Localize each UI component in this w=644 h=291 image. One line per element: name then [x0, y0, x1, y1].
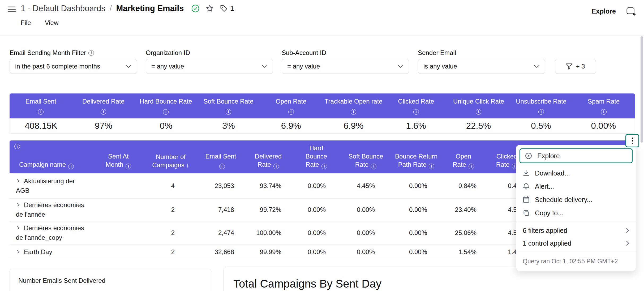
row-expand-icon[interactable] — [16, 225, 21, 230]
kpi-value: 3% — [197, 118, 260, 133]
campaign-name: Aktualisierung der AGB — [16, 177, 75, 194]
filter-bar: Email Sending Month Filter in the past 6… — [10, 45, 635, 77]
menu-item-download[interactable]: Download... — [516, 166, 636, 180]
chevron-down-icon — [262, 65, 268, 68]
breadcrumb-root[interactable]: 1 - Default Dashboards — [21, 4, 105, 13]
menu-bar: File View — [21, 19, 58, 27]
funnel-icon — [566, 63, 573, 70]
kpi-column: Hard Bounce Rate — [135, 93, 197, 118]
chevron-right-icon — [626, 240, 629, 246]
cell: 100.00% — [244, 221, 292, 245]
cell: 0.00% — [292, 221, 341, 245]
info-icon — [38, 109, 44, 115]
menu-divider — [516, 222, 636, 222]
tile-kebab-menu-button[interactable] — [625, 134, 639, 147]
filter-label: Email Sending Month Filter — [10, 49, 86, 57]
card-title: Number Emails Sent Delivered — [10, 269, 211, 284]
cell — [92, 245, 144, 257]
column-header-number-of-campaigns[interactable]: Number of Campaigns↓ — [144, 140, 197, 173]
cell: 0.00% — [391, 173, 441, 198]
cell: 0.00% — [341, 245, 391, 257]
filter-dropdown-month[interactable]: in the past 6 complete months — [10, 59, 137, 74]
filter-dropdown-sender-email[interactable]: is any value — [418, 59, 545, 74]
cell: 2,474 — [197, 221, 244, 245]
cell: 0.00% — [292, 245, 341, 257]
info-icon — [413, 109, 419, 115]
chevron-down-icon — [398, 65, 403, 68]
column-header-delivered-rate[interactable]: Delivered Rate — [244, 140, 292, 173]
calendar-icon — [522, 196, 530, 204]
kpi-value: 22.5% — [447, 118, 510, 133]
info-icon — [469, 164, 474, 169]
info-icon — [429, 164, 434, 169]
info-icon — [101, 109, 106, 115]
menu-file[interactable]: File — [21, 19, 31, 27]
header-divider — [0, 35, 644, 35]
row-expand-icon[interactable] — [16, 249, 21, 254]
tags-group[interactable]: 1 — [220, 5, 234, 13]
card-number-emails-sent-delivered: Number Emails Sent Delivered — [10, 269, 211, 291]
scrollbar-thumb[interactable] — [641, 36, 643, 143]
cell — [92, 198, 144, 221]
column-header-open-rate[interactable]: Open Rate — [441, 140, 485, 173]
kpi-value: 408.15K — [10, 118, 72, 133]
cell: 0.00% — [341, 198, 391, 221]
query-history-icon[interactable] — [626, 6, 636, 16]
kpi-header-row: Email Sent Delivered Rate Hard Bounce Ra… — [10, 93, 635, 118]
menu-item-explore[interactable]: Explore — [520, 148, 633, 163]
cell: 0.00% — [292, 198, 341, 221]
column-header-campaign-name[interactable]: Campaign name — [10, 140, 92, 173]
info-icon — [288, 109, 294, 115]
kpi-column: Unique Click Rate — [447, 93, 510, 118]
menu-divider — [516, 252, 636, 252]
column-header-sent-at-month[interactable]: Sent At Month — [92, 140, 144, 173]
check-circle-icon[interactable] — [191, 4, 200, 13]
title-actions: 1 — [191, 4, 234, 13]
info-icon — [351, 109, 356, 115]
bell-icon — [522, 182, 530, 190]
explore-button[interactable]: Explore — [591, 7, 616, 15]
menu-item-filters-applied[interactable]: 6 filters applied — [516, 224, 636, 237]
kpi-value: 97% — [72, 118, 135, 133]
kpi-column: Delivered Rate — [72, 93, 135, 118]
kpi-value: 1.6% — [385, 118, 447, 133]
menu-item-alert[interactable]: Alert... — [516, 180, 636, 193]
filter-dropdown-sub-account[interactable]: = any value — [282, 59, 409, 74]
row-expand-icon[interactable] — [16, 202, 21, 207]
column-header-hard-bounce-rate[interactable]: Hard Bounce Rate — [292, 140, 341, 173]
cell: 0.84% — [441, 173, 485, 198]
cell — [92, 221, 144, 245]
info-icon — [126, 164, 131, 169]
row-expand-icon[interactable] — [16, 178, 21, 183]
campaign-name: Dernières économies de l'année — [16, 201, 84, 218]
more-filters-button[interactable]: + 3 — [555, 59, 596, 74]
compass-icon — [525, 152, 533, 160]
info-icon — [538, 109, 544, 115]
breadcrumb: 1 - Default Dashboards / Marketing Email… — [21, 4, 234, 13]
kpi-column: Spam Rate — [572, 93, 635, 118]
info-icon — [219, 164, 225, 169]
chevron-down-icon — [534, 65, 540, 68]
menu-item-control-applied[interactable]: 1 control applied — [516, 237, 636, 250]
kebab-icon — [632, 138, 633, 144]
column-header-soft-bounce-rate[interactable]: Soft Bounce Rate — [341, 140, 391, 173]
kpi-column: Clicked Rate — [385, 93, 448, 118]
cell: 7,418 — [197, 198, 244, 221]
cell: 2 — [144, 245, 197, 257]
filter-sender-email: Sender Email is any value — [418, 45, 545, 74]
star-icon[interactable] — [205, 4, 214, 13]
cell: 0.00% — [391, 221, 441, 245]
column-header-email-sent[interactable]: Email Sent — [197, 140, 244, 173]
hamburger-menu-icon[interactable] — [8, 6, 16, 13]
sort-desc-icon: ↓ — [186, 161, 189, 169]
kpi-value: 0.00% — [572, 118, 635, 133]
menu-view[interactable]: View — [45, 19, 59, 27]
cell: 23.40% — [441, 198, 485, 221]
menu-item-schedule-delivery[interactable]: Schedule delivery... — [516, 193, 636, 206]
kpi-column: Open Rate — [260, 93, 322, 118]
info-icon — [321, 164, 327, 169]
filter-dropdown-organization[interactable]: = any value — [146, 59, 273, 74]
filter-value: is any value — [423, 63, 457, 70]
column-header-bounce-return-path-rate[interactable]: Bounce Return Path Rate — [391, 140, 441, 173]
menu-item-copy-to[interactable]: Copy to... — [516, 206, 636, 220]
